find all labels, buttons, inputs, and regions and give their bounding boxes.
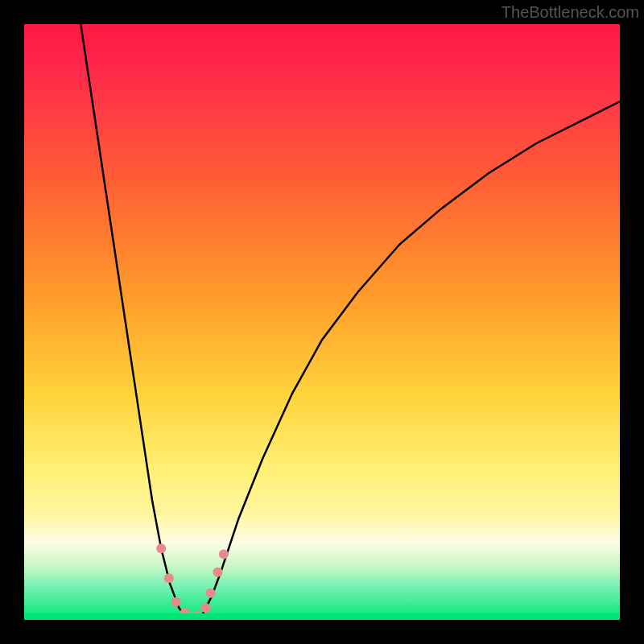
marker-point [206,588,216,598]
watermark-text: TheBottleneck.com [502,3,639,22]
marker-point [171,597,181,607]
baseline-bar [24,613,620,620]
marker-point [213,568,223,577]
plot-area [24,24,620,620]
marker-point [156,543,166,553]
curve-layer [24,24,620,620]
marker-point [164,573,174,583]
marker-point [201,603,211,613]
bottleneck-curve [80,24,620,620]
marker-point [219,550,229,559]
